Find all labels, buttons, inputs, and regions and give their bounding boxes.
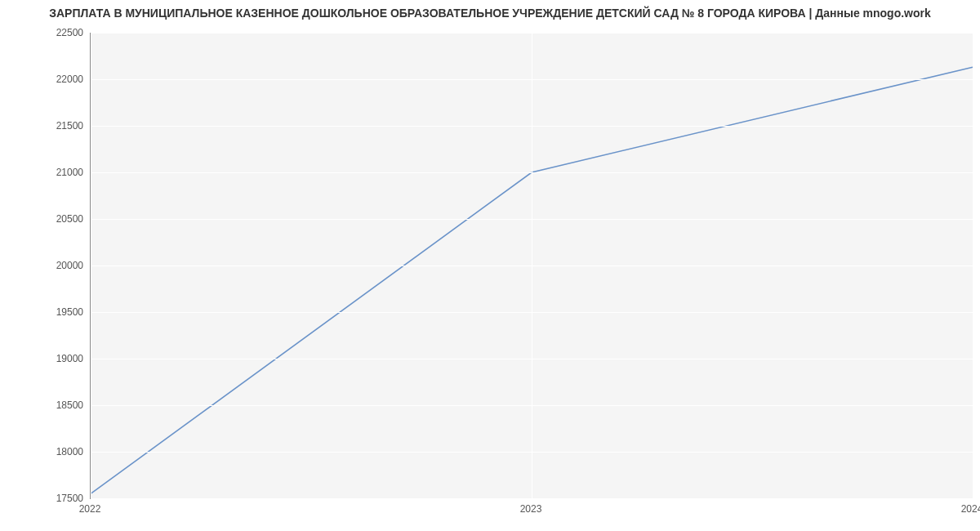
y-tick-label: 18500 xyxy=(56,399,83,411)
plot-area xyxy=(90,33,973,499)
x-tick-label: 2024 xyxy=(961,503,980,515)
y-tick-label: 20000 xyxy=(56,260,83,271)
x-tick-label: 2022 xyxy=(79,503,101,515)
y-tick-label: 19000 xyxy=(56,353,83,364)
x-tick-label: 2023 xyxy=(520,503,542,515)
gridline-h xyxy=(91,498,973,499)
y-tick-label: 18000 xyxy=(56,446,83,457)
chart-title: ЗАРПЛАТА В МУНИЦИПАЛЬНОЕ КАЗЕННОЕ ДОШКОЛ… xyxy=(0,7,980,20)
y-tick-label: 17500 xyxy=(56,493,83,504)
line-chart-container: ЗАРПЛАТА В МУНИЦИПАЛЬНОЕ КАЗЕННОЕ ДОШКОЛ… xyxy=(0,0,980,531)
y-tick-label: 21000 xyxy=(56,167,83,178)
gridline-v xyxy=(91,33,91,498)
y-tick-label: 22000 xyxy=(56,74,83,85)
gridline-v xyxy=(532,33,532,498)
y-tick-label: 22500 xyxy=(56,27,83,38)
y-tick-label: 19500 xyxy=(56,306,83,318)
y-tick-label: 21500 xyxy=(56,120,83,132)
gridline-v xyxy=(973,33,973,498)
y-tick-label: 20500 xyxy=(56,213,83,225)
